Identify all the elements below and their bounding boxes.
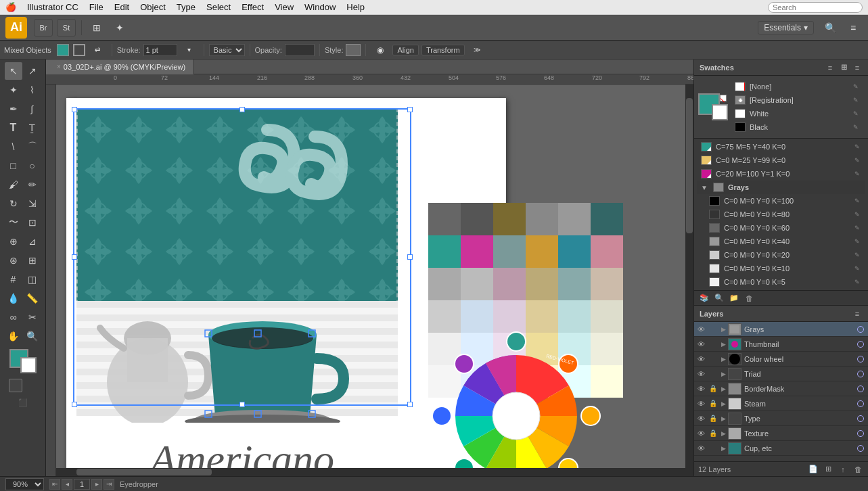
layer-type-lock[interactable]: 🔒 [708, 411, 718, 426]
swatch-cmyk3-edit[interactable]: ✎ [853, 170, 861, 178]
swatch-gray-k5[interactable]: C=0 M=0 Y=0 K=5 ✎ [697, 275, 865, 289]
screen-mode-btn[interactable]: ⬛ [14, 394, 32, 411]
swatch-gray-k100[interactable]: C=0 M=0 Y=0 K=100 ✎ [697, 194, 865, 208]
opacity-input[interactable]: 100% [285, 44, 315, 56]
transform-button[interactable]: Transform [421, 45, 465, 55]
page-number-input[interactable] [74, 479, 90, 490]
apple-menu[interactable]: 🍎 [5, 2, 16, 12]
menu-select[interactable]: Select [206, 2, 231, 12]
paintbrush-tool[interactable]: 🖌 [5, 176, 22, 193]
normal-mode-btn[interactable] [9, 379, 22, 392]
transform-options-btn[interactable]: ≫ [467, 41, 486, 59]
canvas-swatch-r1-c5[interactable] [591, 235, 623, 268]
swatch-group-grays[interactable]: ▼ Grays [697, 181, 865, 194]
page-first-btn[interactable]: ⇤ [49, 479, 60, 490]
swatch-bg[interactable] [712, 104, 728, 120]
swatch-gray-k20[interactable]: C=0 M=0 Y=0 K=20 ✎ [697, 248, 865, 262]
layer-bordermask-eye[interactable]: 👁 [694, 381, 708, 396]
layer-triad[interactable]: 👁 ▶ Triad [694, 367, 868, 381]
active-tab[interactable]: × 03_02D+.ai @ 90% (CMYK/Preview) [46, 60, 194, 74]
swatch-item-cmyk3[interactable]: C=20 M=100 Y=1 K=0 ✎ [697, 167, 865, 181]
swatch-gray-k40-edit[interactable]: ✎ [853, 237, 861, 246]
stroke-down-btn[interactable]: ▾ [180, 41, 199, 59]
layer-thumbnail-lock[interactable] [708, 337, 718, 352]
layer-bordermask[interactable]: 👁 🔒 ▶ BorderMask [694, 381, 868, 396]
menu-window[interactable]: Window [304, 2, 336, 12]
layers-new-sublayer-btn[interactable]: ⊞ [822, 463, 834, 475]
align-button[interactable]: Align [392, 45, 418, 55]
swatch-item-white[interactable]: White ✎ [731, 107, 864, 120]
search-toolbar-button[interactable]: 🔍 [821, 19, 840, 37]
scissors-tool[interactable]: ✂ [24, 308, 41, 326]
horizontal-scrollbar[interactable] [56, 468, 685, 476]
layer-triad-lock[interactable] [708, 367, 718, 381]
swatch-library-btn[interactable]: 📚 [698, 292, 710, 304]
type-tool[interactable]: T [5, 119, 22, 137]
swatch-black-edit[interactable]: ✎ [852, 123, 860, 131]
layer-type-eye[interactable]: 👁 [694, 411, 708, 426]
blend-tool[interactable]: ∞ [5, 308, 22, 326]
pencil-tool[interactable]: ✏ [24, 176, 41, 193]
layer-triad-eye[interactable]: 👁 [694, 367, 708, 381]
swatch-reg-edit[interactable]: ✎ [852, 96, 860, 104]
swatch-folder-btn[interactable]: 📁 [728, 292, 740, 304]
mesh-tool[interactable]: # [5, 271, 22, 288]
canvas-swatch-r1-c1[interactable] [461, 235, 493, 268]
layer-texture-eye[interactable]: 👁 [694, 426, 708, 441]
layers-move-btn[interactable]: ↑ [837, 463, 849, 475]
stroke-color-box[interactable] [73, 44, 85, 56]
swatches-menu-btn[interactable]: ≡ [852, 62, 863, 73]
page-last-btn[interactable]: ⇥ [104, 479, 114, 490]
direct-select-tool[interactable]: ↗ [24, 62, 41, 80]
menu-file[interactable]: File [89, 2, 104, 12]
swatch-gray-k20-edit[interactable]: ✎ [853, 251, 861, 259]
menu-illustrator[interactable]: Illustrator CC [27, 2, 78, 12]
layer-steam-expand[interactable]: ▶ [718, 396, 728, 411]
rotate-tool[interactable]: ↻ [5, 195, 22, 212]
canvas-swatch-r2-c4[interactable] [558, 268, 591, 300]
swatch-item-registration[interactable]: ⊕ [Registration] ✎ [731, 93, 864, 107]
canvas-swatch-r2-c0[interactable] [428, 268, 461, 300]
layer-type-expand[interactable]: ▶ [718, 411, 728, 426]
layer-bordermask-lock[interactable]: 🔒 [708, 381, 718, 396]
stroke-input[interactable] [143, 44, 177, 56]
gradient-tool[interactable]: ◫ [24, 271, 41, 288]
line-tool[interactable]: \ [5, 138, 22, 156]
menu-type[interactable]: Type [177, 2, 196, 12]
style-box[interactable] [346, 44, 361, 56]
grays-expand-icon[interactable]: ▼ [701, 184, 708, 191]
swatch-new-btn[interactable]: 🔍 [713, 292, 725, 304]
canvas-swatch-r0-c1[interactable] [461, 203, 493, 235]
swatch-item-black[interactable]: Black ✎ [731, 120, 864, 134]
canvas-swatch-r1-c0[interactable] [428, 235, 461, 268]
layer-steam[interactable]: 👁 🔒 ▶ Steam [694, 396, 868, 411]
layer-cup-expand[interactable]: ▶ [718, 441, 728, 456]
swap-colors-button[interactable]: ⇄ [88, 41, 107, 59]
swatch-gray-k100-edit[interactable]: ✎ [853, 197, 861, 205]
column-graph-tool[interactable]: ⊞ [24, 252, 41, 269]
canvas-swatch-r2-c3[interactable] [526, 268, 558, 300]
curvature-tool[interactable]: ∫ [24, 100, 41, 118]
canvas-swatch-r2-c5[interactable] [591, 268, 623, 300]
layer-texture-expand[interactable]: ▶ [718, 426, 728, 441]
vertical-scrollbar[interactable] [685, 85, 693, 476]
zoom-select[interactable]: 90% [5, 478, 44, 490]
free-transform-tool[interactable]: ⊡ [24, 214, 41, 231]
layer-grays-expand[interactable]: ▶ [718, 322, 728, 337]
swatch-gray-k80-edit[interactable]: ✎ [853, 210, 861, 218]
layer-bordermask-expand[interactable]: ▶ [718, 381, 728, 396]
menu-help[interactable]: Help [346, 2, 365, 12]
swatch-gray-k80[interactable]: C=0 M=0 Y=0 K=80 ✎ [697, 208, 865, 221]
layer-grays[interactable]: 👁 ▶ Grays [694, 322, 868, 337]
lasso-tool[interactable]: ⌇ [24, 81, 41, 99]
canvas[interactable]: Americano 使用印刷四分色模式（CMYK） 和RGB色彩模式 [56, 85, 693, 476]
layer-grays-lock[interactable] [708, 322, 718, 337]
canvas-swatch-r0-c0[interactable] [428, 203, 461, 235]
canvas-swatch-r1-c2[interactable] [493, 235, 526, 268]
canvas-swatch-r0-c5[interactable] [591, 203, 623, 235]
layer-thumbnail-expand[interactable]: ▶ [718, 337, 728, 352]
blend-mode-select[interactable]: Basic [209, 44, 245, 56]
tab-close-btn[interactable]: × [57, 60, 61, 74]
swatch-cmyk2-edit[interactable]: ✎ [853, 156, 861, 164]
layer-grays-eye[interactable]: 👁 [694, 322, 708, 337]
